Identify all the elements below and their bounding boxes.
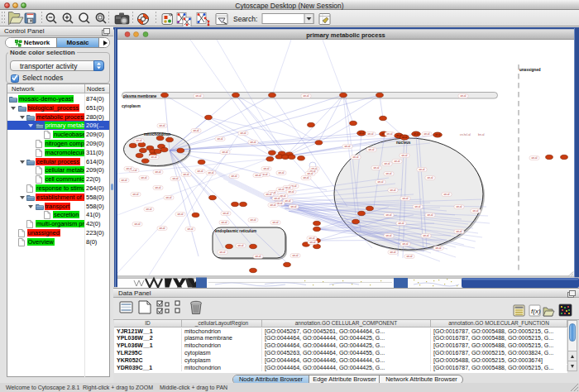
svg-text:an-al: an-al [443,193,449,196]
svg-text:an-al: an-al [385,213,391,217]
svg-text:an-al: an-al [390,189,395,192]
svg-text:an-al: an-al [402,197,408,200]
svg-text:an-al: an-al [292,254,298,257]
svg-text:an-al: an-al [531,156,537,160]
svg-text:an-al: an-al [195,94,201,98]
svg-text:an-al: an-al [414,205,420,208]
svg-text:an-al: an-al [155,170,160,174]
svg-text:an-al: an-al [159,227,165,230]
svg-text:an-al: an-al [266,193,271,196]
svg-text:Search:: Search: [233,15,257,23]
svg-text:an-al: an-al [172,177,178,180]
svg-text:an-al: an-al [386,132,392,136]
svg-text:f(x): f(x) [531,308,541,315]
svg-text:an-al: an-al [177,213,183,216]
svg-text:cn-hcl-al: cn-hcl-al [460,133,471,136]
svg-text:an-al: an-al [359,131,365,135]
svg-text:an-al: an-al [208,171,213,174]
svg-text:bn-al: bn-al [478,133,485,136]
svg-text:an-al: an-al [398,222,404,225]
svg-text:plasma membrane: plasma membrane [123,94,157,98]
svg-text:an-al: an-al [367,132,373,136]
svg-text:an-al: an-al [272,221,278,224]
svg-text:an-al: an-al [285,199,290,203]
svg-text:an-al: an-al [219,251,225,254]
svg-text:primary metabolic process: primary metabolic process [306,31,385,39]
svg-text:an-al: an-al [456,230,462,233]
svg-text:an-al: an-al [136,139,141,142]
svg-text:an-al: an-al [406,255,412,258]
svg-text:an-al: an-al [419,168,424,171]
svg-text:an-al: an-al [401,154,407,157]
svg-text:an-al: an-al [141,176,146,179]
svg-text:an-al: an-al [456,205,462,208]
svg-text:an-al: an-al [187,227,193,231]
svg-text:an-al: an-al [385,172,391,175]
svg-text:an-al: an-al [121,179,127,182]
svg-text:unassigned: unassigned [519,68,541,72]
svg-text:an-al: an-al [240,131,246,135]
svg-text:an-al: an-al [134,222,140,226]
svg-text:an-al: an-al [385,234,391,237]
svg-text:an-al: an-al [435,246,441,250]
svg-text:an-al: an-al [414,132,419,136]
svg-text:an-al: an-al [309,241,315,244]
svg-text:mitochondrion: mitochondrion [144,132,170,136]
svg-text:an-al: an-al [352,155,358,159]
svg-text:an-al: an-al [146,208,151,211]
svg-text:cytoplasm: cytoplasm [122,104,141,108]
svg-text:an-al: an-al [423,234,428,237]
svg-text:an-al: an-al [427,213,433,217]
svg-text:an-al: an-al [255,174,261,177]
svg-text:an-al: an-al [303,176,309,179]
svg-text:an-al: an-al [377,180,383,184]
svg-text:an-al: an-al [303,94,309,98]
svg-text:endoplasmic reticulum: endoplasmic reticulum [215,229,256,233]
svg-text:an-al: an-al [423,132,429,136]
svg-text:an-al: an-al [309,237,314,240]
svg-text:an-al: an-al [373,166,379,170]
svg-text:an-al: an-al [255,255,261,258]
svg-text:an-al: an-al [155,186,160,189]
svg-text:an-al: an-al [274,197,280,200]
svg-text:an-al: an-al [270,203,275,207]
svg-text:an-al: an-al [126,167,132,170]
svg-text:an-al: an-al [278,171,284,174]
svg-text:an-al: an-al [197,170,203,173]
svg-text:an-al: an-al [222,151,227,154]
svg-text:an-al: an-al [427,176,433,179]
svg-text:an-al: an-al [159,124,165,127]
svg-text:an-al: an-al [193,129,199,132]
svg-text:an-al: an-al [384,162,390,165]
svg-text:an-al: an-al [390,251,395,254]
svg-text:an-al: an-al [278,188,284,191]
svg-text:an-al: an-al [288,190,294,194]
svg-text:an-al: an-al [307,172,313,175]
svg-text:an-al: an-al [263,167,269,170]
svg-text:an-al: an-al [394,160,400,163]
svg-text:an-al: an-al [435,133,441,136]
svg-text:an-al: an-al [221,221,227,224]
svg-text:nucleus: nucleus [396,141,411,145]
svg-text:an-al: an-al [217,137,223,141]
svg-text:an-al: an-al [223,212,228,215]
svg-text:an-al: an-al [231,174,237,178]
svg-text:an-al: an-al [237,244,243,247]
svg-text:an-al: an-al [183,173,189,176]
svg-text:an-al: an-al [290,205,296,208]
svg-text:an-al: an-al [344,145,350,148]
svg-text:an-al: an-al [472,209,478,213]
svg-text:an-al: an-al [460,94,466,98]
svg-text:an-al: an-al [250,218,256,222]
svg-text:an-al: an-al [250,141,256,144]
svg-text:an-al: an-al [368,148,374,151]
svg-text:an-al: an-al [402,136,408,139]
svg-text:an-al: an-al [402,242,408,246]
svg-text:an-al: an-al [165,196,171,199]
svg-text:an-al: an-al [151,155,156,159]
svg-text:an-al: an-al [132,193,138,196]
